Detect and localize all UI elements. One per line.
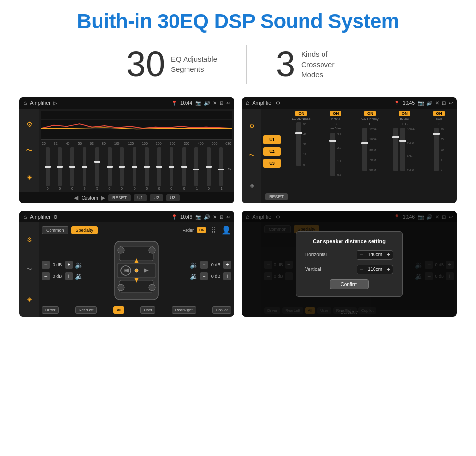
driver-btn[interactable]: Driver (42, 306, 59, 314)
settings-icon-2[interactable]: ⚙ (276, 101, 280, 106)
vol-fr-minus[interactable]: − (200, 261, 208, 269)
svg-point-10 (135, 269, 138, 272)
window-icon-2[interactable]: ⊡ (442, 101, 446, 106)
phat-on-btn[interactable]: ON (330, 111, 341, 116)
vol-rr-minus[interactable]: − (200, 272, 208, 280)
screen-distance: ⌂ Amplifier ⚙ 📍 10:46 📷 🔊 ✕ ⊡ ↩ (242, 211, 457, 317)
eq-freq-labels: 25 32 40 50 63 80 100 125 160 200 250 32… (41, 142, 232, 145)
volume-icon-1[interactable]: 🔊 (204, 101, 210, 106)
slider-1[interactable]: 0 (42, 147, 53, 190)
ds-horizontal-minus[interactable]: − (360, 252, 363, 258)
page-container: Buith-in 30EQ DSP Sound System 30 EQ Adj… (0, 0, 476, 456)
slider-2[interactable]: 0 (54, 147, 66, 190)
rearleft-btn[interactable]: RearLeft (75, 306, 97, 314)
confirm-button[interactable]: Confirm (330, 279, 369, 289)
home-icon-3[interactable]: ⌂ (23, 213, 27, 220)
location-icon-1: 📍 (171, 101, 177, 106)
window-icon-1[interactable]: ⊡ (220, 101, 223, 106)
copilot-btn[interactable]: Copilot (212, 306, 231, 314)
specialty-btn[interactable]: Specialty (71, 226, 98, 234)
sp-wave-icon[interactable]: 〜 (26, 265, 32, 273)
home-icon-1[interactable]: ⌂ (23, 100, 27, 106)
settings-icon-3[interactable]: ⚙ (53, 214, 58, 220)
common-btn[interactable]: Common (42, 226, 68, 234)
close-icon-1[interactable]: ✕ (213, 101, 217, 106)
vol-fl-minus[interactable]: − (42, 261, 50, 269)
slider-3[interactable]: 0 (67, 147, 78, 190)
ds-horizontal-plus[interactable]: + (387, 252, 390, 258)
user-btn[interactable]: User (140, 306, 155, 314)
vol-rr-plus[interactable]: + (223, 272, 231, 280)
speaker-fr-icon: 🔉 (190, 261, 198, 269)
slider-10[interactable]: 0 (153, 147, 165, 190)
vol-fr-value: 0 dB (210, 262, 221, 267)
u1-preset-btn[interactable]: U1 (263, 135, 281, 144)
u2-btn[interactable]: U2 (150, 194, 163, 201)
u3-btn[interactable]: U3 (166, 194, 180, 201)
vol-ctrl-fl: − 0 dB + 🔉 (42, 261, 83, 269)
loudness-on-btn[interactable]: ON (295, 111, 307, 116)
volume-icon-3[interactable]: 🔊 (204, 214, 210, 220)
close-icon-3[interactable]: ✕ (213, 214, 217, 220)
cr-reset-btn[interactable]: RESET (265, 193, 288, 200)
slider-13[interactable]: -1 (191, 147, 203, 190)
all-btn[interactable]: All (113, 306, 124, 314)
ch-bass: ON BASS F G (389, 111, 420, 192)
eq-wave-icon[interactable]: 〜 (26, 146, 33, 155)
slider-4[interactable]: 0 (79, 147, 91, 190)
stat-divider (246, 45, 247, 84)
sp-zone-row: Driver RearLeft All User RearRight Copil… (42, 306, 231, 314)
main-title: Buith-in 30EQ DSP Sound System (77, 10, 399, 33)
cutfreq-on-btn[interactable]: ON (364, 111, 376, 116)
sp-vol-right: 🔉 − 0 dB + 🔉 − 0 dB + (190, 261, 231, 280)
slider-5[interactable]: 5 (91, 147, 103, 190)
slider-14[interactable]: 0 (203, 147, 215, 190)
sp-settings-icon[interactable]: ⚙ (27, 236, 32, 243)
eq-vol-icon[interactable]: ◈ (27, 173, 32, 181)
vol-ctrl-rl: − 0 dB + 🔉 (42, 272, 83, 280)
reset-btn[interactable]: RESET (108, 194, 131, 201)
window-icon-3[interactable]: ⊡ (220, 214, 223, 220)
slider-12[interactable]: 0 (178, 147, 190, 190)
expand-icon[interactable]: » (228, 166, 231, 172)
play-icon-1[interactable]: ▷ (53, 101, 57, 106)
next-icon[interactable]: ▶ (101, 194, 105, 201)
slider-15[interactable]: -1 (216, 147, 227, 190)
close-icon-2[interactable]: ✕ (435, 101, 439, 106)
cr-settings-icon[interactable]: ⚙ (249, 123, 255, 130)
back-icon-1[interactable]: ↩ (226, 101, 230, 106)
sp-vol-icon[interactable]: ◈ (27, 296, 32, 303)
back-icon-3[interactable]: ↩ (226, 214, 230, 220)
vol-rl-minus[interactable]: − (42, 272, 50, 280)
cr-sidebar: ⚙ 〜 ◈ (242, 109, 261, 203)
slider-9[interactable]: 0 (141, 147, 153, 190)
vol-fl-plus[interactable]: + (65, 261, 73, 269)
fader-on-btn[interactable]: ON (197, 227, 206, 233)
cr-vol-icon[interactable]: ◈ (250, 182, 254, 189)
vol-rl-value: 0 dB (51, 274, 63, 279)
ds-horizontal-value: 140cm (365, 252, 385, 257)
u3-preset-btn[interactable]: U3 (263, 159, 281, 168)
slider-8[interactable]: 0 (129, 147, 140, 190)
volume-icon-2[interactable]: 🔊 (426, 101, 432, 106)
ds-vertical-ctrl: − 110cm + (357, 265, 393, 274)
cr-wave-icon[interactable]: 〜 (249, 152, 255, 160)
prev-icon[interactable]: ◀ (74, 194, 78, 201)
bass-on-btn[interactable]: ON (399, 111, 410, 116)
slider-7[interactable]: 0 (116, 147, 128, 190)
home-icon-2[interactable]: ⌂ (246, 100, 249, 106)
sub-on-btn[interactable]: ON (433, 111, 445, 116)
ds-vertical-plus[interactable]: + (387, 266, 390, 273)
slider-11[interactable]: 0 (166, 147, 177, 190)
vol-fr-plus[interactable]: + (223, 261, 231, 269)
back-icon-2[interactable]: ↩ (449, 101, 453, 106)
u1-btn[interactable]: U1 (134, 194, 147, 201)
vol-rl-plus[interactable]: + (65, 272, 73, 280)
user-icon-3[interactable]: 👤 (221, 225, 231, 235)
ds-vertical-minus[interactable]: − (360, 266, 363, 273)
eq-settings-icon[interactable]: ⚙ (26, 120, 33, 128)
u2-preset-btn[interactable]: U2 (263, 147, 281, 156)
ds-vertical-label: Vertical (305, 267, 321, 272)
rearright-btn[interactable]: RearRight (172, 306, 196, 314)
slider-6[interactable]: 0 (104, 147, 116, 190)
